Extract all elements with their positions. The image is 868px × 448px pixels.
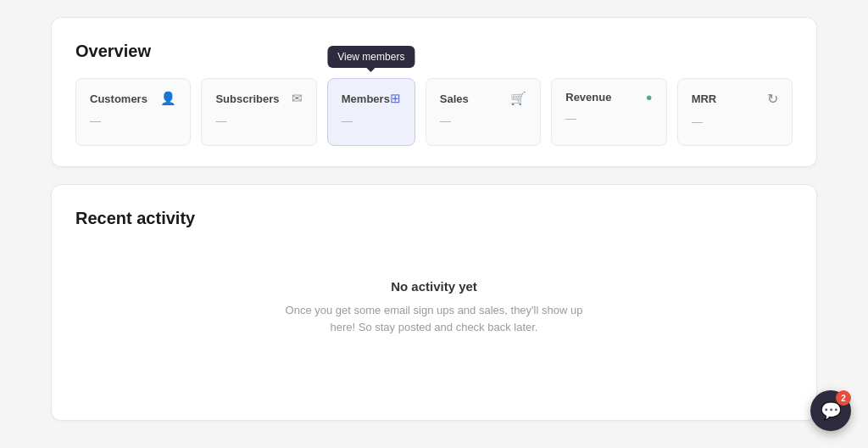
stat-tile-subscribers-label: Subscribers — [215, 92, 279, 105]
stat-tile-customers-value: — — [90, 115, 176, 127]
stat-tile-mrr[interactable]: MRR ↻ — — [677, 78, 793, 146]
chat-badge: 2 — [836, 390, 851, 406]
stat-tile-revenue-header: Revenue ● — [565, 91, 652, 104]
empty-state: No activity yet Once you get some email … — [75, 245, 793, 352]
stat-tile-members[interactable]: Members ⊞ — — [327, 78, 415, 146]
stat-tile-sales-header: Sales 🛒 — [440, 91, 526, 106]
recent-activity-title: Recent activity — [75, 209, 793, 228]
empty-state-title: No activity yet — [391, 279, 477, 294]
email-icon: ✉ — [292, 91, 303, 106]
stat-tile-sales[interactable]: Sales 🛒 — — [426, 78, 541, 146]
stat-tile-mrr-label: MRR — [692, 92, 717, 105]
empty-state-desc: Once you get some email sign ups and sal… — [286, 302, 583, 335]
stat-tile-revenue[interactable]: Revenue ● — — [551, 78, 666, 146]
stats-row: Customers 👤 — Subscribers ✉ — View membe… — [75, 78, 793, 146]
stat-tile-members-label: Members — [342, 92, 390, 105]
chat-button[interactable]: 💬 2 — [810, 390, 851, 431]
stat-tile-sales-label: Sales — [440, 92, 469, 105]
stat-tile-sales-value: — — [440, 115, 526, 127]
members-icon: ⊞ — [390, 91, 401, 106]
person-icon: 👤 — [160, 91, 176, 106]
stat-tile-revenue-value: — — [565, 112, 652, 125]
stat-tile-members-header: Members ⊞ — [342, 91, 401, 106]
view-members-tooltip: View members — [327, 46, 415, 68]
recent-activity-card: Recent activity No activity yet Once you… — [51, 184, 817, 421]
stat-tile-subscribers-value: — — [215, 115, 302, 127]
refresh-icon: ↻ — [767, 91, 778, 107]
cart-icon: 🛒 — [510, 91, 526, 106]
stat-tile-customers-label: Customers — [90, 92, 147, 105]
tooltip-container: View members — [327, 46, 415, 68]
overview-card: Overview Customers 👤 — Subscribers ✉ — — [51, 17, 817, 167]
stat-tile-customers[interactable]: Customers 👤 — — [75, 78, 191, 146]
members-wrapper: View members Members ⊞ — — [327, 78, 415, 146]
stat-tile-revenue-label: Revenue — [565, 91, 611, 104]
stat-tile-subscribers[interactable]: Subscribers ✉ — — [201, 78, 316, 146]
stat-tile-mrr-value: — — [692, 115, 778, 128]
stat-tile-subscribers-header: Subscribers ✉ — [215, 91, 302, 106]
stat-tile-mrr-header: MRR ↻ — [692, 91, 778, 107]
stat-tile-customers-header: Customers 👤 — [90, 91, 176, 106]
stat-tile-members-value: — — [342, 115, 401, 127]
revenue-icon: ● — [646, 91, 653, 104]
overview-title: Overview — [75, 42, 793, 61]
